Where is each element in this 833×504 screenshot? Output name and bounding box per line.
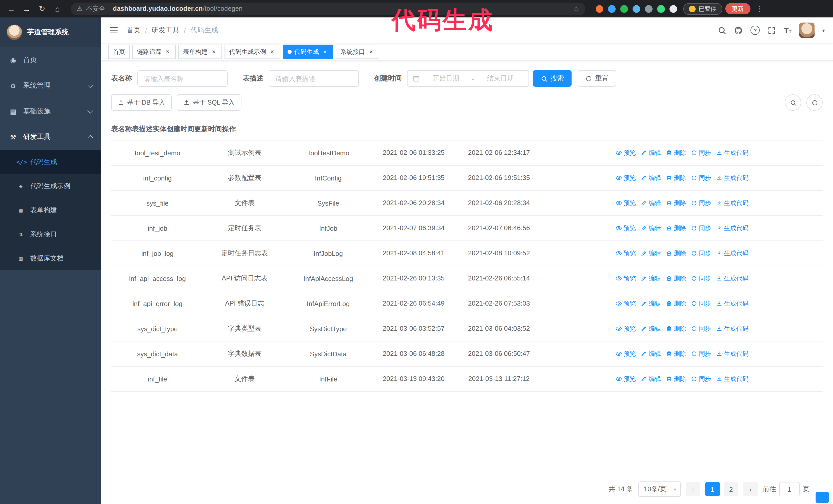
back-icon[interactable]: ← <box>5 3 18 15</box>
import-db-button[interactable]: 基于 DB 导入 <box>111 94 172 111</box>
sync-link[interactable]: 同步 <box>691 249 711 258</box>
view-tab[interactable]: 表单构建 × <box>178 45 222 59</box>
extension-icon[interactable] <box>596 5 603 13</box>
edit-link[interactable]: 编辑 <box>641 375 661 383</box>
close-icon[interactable]: × <box>367 48 375 55</box>
edit-link[interactable]: 编辑 <box>641 199 661 208</box>
sync-link[interactable]: 同步 <box>691 274 711 283</box>
font-size-icon[interactable]: TT <box>784 26 791 34</box>
page-number-button[interactable]: 2 <box>724 482 738 496</box>
breadcrumb-item[interactable]: 首页 / <box>127 26 147 35</box>
edit-link[interactable]: 编辑 <box>641 224 661 233</box>
reload-icon[interactable]: ↻ <box>36 3 48 15</box>
paused-chip[interactable]: 已暂停 <box>683 3 722 15</box>
address-bar[interactable]: ⚠ 不安全 dashboard.yudao.iocoder.cn/tool/co… <box>71 2 586 15</box>
hamburger-icon[interactable] <box>109 26 118 35</box>
goto-page-input[interactable] <box>779 482 800 496</box>
edit-link[interactable]: 编辑 <box>641 350 661 358</box>
edit-link[interactable]: 编辑 <box>641 299 661 308</box>
sidebar-subitem[interactable]: ⇅ 系统接口 <box>0 222 101 246</box>
prev-page-button[interactable]: ‹ <box>686 482 700 496</box>
search-icon[interactable] <box>718 26 727 34</box>
edit-link[interactable]: 编辑 <box>641 274 661 283</box>
extension-icon[interactable] <box>633 5 640 13</box>
bookmark-star-icon[interactable]: ☆ <box>573 5 579 13</box>
preview-link[interactable]: 预览 <box>616 299 636 308</box>
home-icon[interactable]: ⌂ <box>51 3 64 15</box>
generate-code-link[interactable]: 生成代码 <box>716 274 749 283</box>
extension-icon[interactable] <box>669 5 677 13</box>
delete-link[interactable]: 删除 <box>666 249 686 258</box>
delete-link[interactable]: 删除 <box>666 299 686 308</box>
search-button[interactable]: 搜索 <box>533 70 572 87</box>
generate-code-link[interactable]: 生成代码 <box>716 224 749 233</box>
extension-icon[interactable] <box>620 5 628 13</box>
view-tab[interactable]: 代码生成示例 × <box>224 45 280 59</box>
extension-icon[interactable] <box>657 5 665 13</box>
sidebar-item[interactable]: ◉ 首页 <box>0 47 101 73</box>
help-icon[interactable]: ? <box>751 26 760 35</box>
sync-link[interactable]: 同步 <box>691 375 711 383</box>
extension-icon[interactable] <box>645 5 652 13</box>
delete-link[interactable]: 删除 <box>666 324 686 333</box>
edit-link[interactable]: 编辑 <box>641 324 661 333</box>
fullscreen-icon[interactable] <box>768 26 776 34</box>
next-page-button[interactable]: › <box>743 482 758 496</box>
close-icon[interactable]: × <box>322 48 329 55</box>
sidebar-item[interactable]: ⚒ 研发工具 <box>0 124 101 150</box>
sync-link[interactable]: 同步 <box>691 148 711 157</box>
refresh-button[interactable] <box>806 94 823 111</box>
sidebar-subitem[interactable]: ▦ 表单构建 <box>0 198 101 222</box>
preview-link[interactable]: 预览 <box>616 199 636 208</box>
breadcrumb-item[interactable]: 研发工具 / <box>152 26 186 35</box>
update-button[interactable]: 更新 <box>725 3 750 14</box>
generate-code-link[interactable]: 生成代码 <box>716 173 749 182</box>
delete-link[interactable]: 删除 <box>666 350 686 358</box>
hide-search-button[interactable] <box>785 94 801 111</box>
preview-link[interactable]: 预览 <box>616 249 636 258</box>
close-icon[interactable]: × <box>164 48 171 55</box>
helper-widget[interactable] <box>815 492 829 503</box>
edit-link[interactable]: 编辑 <box>641 148 661 157</box>
preview-link[interactable]: 预览 <box>616 173 636 182</box>
delete-link[interactable]: 删除 <box>666 274 686 283</box>
generate-code-link[interactable]: 生成代码 <box>716 199 749 208</box>
github-icon[interactable] <box>734 26 743 34</box>
page-size-select[interactable]: 10条/页 ▾ <box>638 481 681 497</box>
edit-link[interactable]: 编辑 <box>641 249 661 258</box>
date-range-picker[interactable]: 开始日期 - 结束日期 <box>407 70 529 87</box>
generate-code-link[interactable]: 生成代码 <box>716 324 749 333</box>
browser-menu-icon[interactable]: ⋮ <box>753 4 765 13</box>
breadcrumb-item[interactable]: 代码生成 / <box>190 26 218 35</box>
sidebar-subitem[interactable]: ◈ 代码生成示例 <box>0 174 101 198</box>
sync-link[interactable]: 同步 <box>691 324 711 333</box>
edit-link[interactable]: 编辑 <box>641 173 661 182</box>
sidebar-item[interactable]: ▤ 基础设施 <box>0 98 101 124</box>
preview-link[interactable]: 预览 <box>616 350 636 358</box>
close-icon[interactable]: × <box>210 48 217 55</box>
sidebar-subitem[interactable]: ▥ 数据库文档 <box>0 246 101 270</box>
preview-link[interactable]: 预览 <box>616 148 636 157</box>
sync-link[interactable]: 同步 <box>691 350 711 358</box>
view-tab[interactable]: 首页 <box>108 45 130 59</box>
preview-link[interactable]: 预览 <box>616 375 636 383</box>
preview-link[interactable]: 预览 <box>616 324 636 333</box>
preview-link[interactable]: 预览 <box>616 224 636 233</box>
generate-code-link[interactable]: 生成代码 <box>716 350 749 358</box>
delete-link[interactable]: 删除 <box>666 199 686 208</box>
delete-link[interactable]: 删除 <box>666 224 686 233</box>
table-desc-input[interactable] <box>269 70 359 87</box>
forward-icon[interactable]: → <box>21 3 33 15</box>
delete-link[interactable]: 删除 <box>666 173 686 182</box>
generate-code-link[interactable]: 生成代码 <box>716 299 749 308</box>
delete-link[interactable]: 删除 <box>666 148 686 157</box>
import-sql-button[interactable]: 基于 SQL 导入 <box>177 94 241 111</box>
generate-code-link[interactable]: 生成代码 <box>716 249 749 258</box>
generate-code-link[interactable]: 生成代码 <box>716 375 749 383</box>
caret-down-icon[interactable]: ▾ <box>822 27 825 33</box>
view-tab[interactable]: 系统接口 × <box>336 45 379 59</box>
sync-link[interactable]: 同步 <box>691 173 711 182</box>
view-tab[interactable]: 代码生成 × <box>283 45 333 59</box>
reset-button[interactable]: 重置 <box>578 70 616 87</box>
generate-code-link[interactable]: 生成代码 <box>716 148 749 157</box>
